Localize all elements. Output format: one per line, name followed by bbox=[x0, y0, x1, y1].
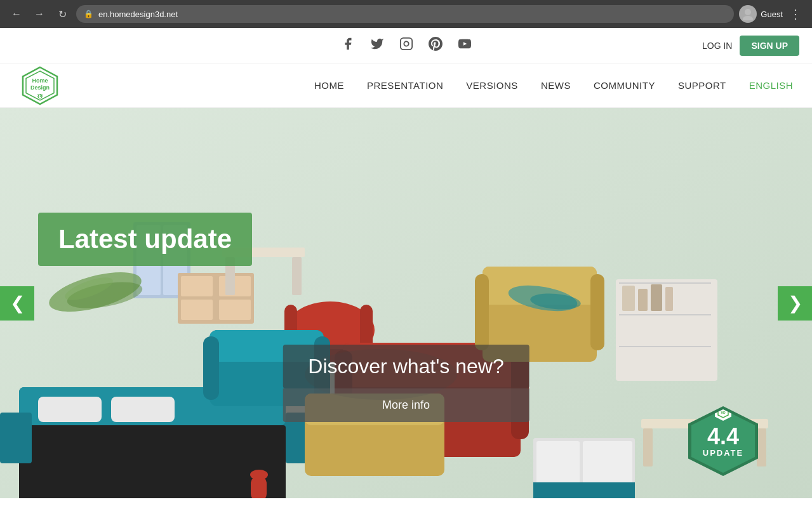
twitter-link[interactable] bbox=[370, 37, 384, 54]
carousel-prev-button[interactable]: ❮ bbox=[0, 286, 34, 321]
user-area: Guest ⋮ bbox=[739, 5, 804, 23]
svg-point-66 bbox=[250, 470, 268, 480]
version-logo-small: HD bbox=[715, 404, 731, 421]
website: LOG IN SIGN UP Home Design 3D HOME PRESE… bbox=[0, 28, 812, 498]
version-label: UPDATE bbox=[703, 448, 743, 458]
latest-update-text: Latest update bbox=[58, 224, 232, 255]
forward-button[interactable]: → bbox=[30, 5, 48, 23]
svg-rect-18 bbox=[181, 300, 213, 320]
pinterest-link[interactable] bbox=[429, 37, 443, 54]
nav-presentation[interactable]: PRESENTATION bbox=[367, 80, 443, 91]
nav-support[interactable]: SUPPORT bbox=[678, 80, 726, 91]
instagram-link[interactable] bbox=[399, 37, 413, 54]
svg-rect-16 bbox=[181, 276, 213, 296]
svg-point-0 bbox=[745, 9, 751, 15]
version-hex-outer: HD 4.4 UPDATE bbox=[688, 406, 758, 476]
svg-rect-31 bbox=[111, 397, 175, 422]
svg-rect-30 bbox=[38, 397, 102, 422]
nav-news[interactable]: NEWS bbox=[541, 80, 571, 91]
nav-community[interactable]: COMMUNITY bbox=[594, 80, 655, 91]
browser-chrome: ← → ↻ 🔒 en.homedesign3d.net Guest ⋮ bbox=[0, 0, 812, 28]
svg-rect-19 bbox=[219, 300, 251, 320]
user-avatar bbox=[739, 5, 757, 23]
svg-rect-55 bbox=[651, 284, 662, 311]
svg-rect-47 bbox=[475, 274, 489, 350]
login-link[interactable]: LOG IN bbox=[702, 41, 732, 51]
address-bar[interactable]: 🔒 en.homedesign3d.net bbox=[76, 5, 734, 23]
nav-versions[interactable]: VERSIONS bbox=[466, 80, 518, 91]
nav-links: HOME PRESENTATION VERSIONS NEWS COMMUNIT… bbox=[314, 80, 793, 91]
social-bar: LOG IN SIGN UP bbox=[0, 28, 812, 63]
nav-home[interactable]: HOME bbox=[314, 80, 344, 91]
facebook-link[interactable] bbox=[341, 37, 355, 54]
svg-text:Home: Home bbox=[32, 77, 48, 84]
more-info-button[interactable]: More info bbox=[283, 388, 529, 422]
svg-text:Design: Design bbox=[30, 84, 50, 91]
svg-rect-50 bbox=[619, 282, 711, 284]
discover-text: Discover what's new? bbox=[283, 345, 529, 388]
version-hex-container: HD 4.4 UPDATE bbox=[685, 403, 761, 479]
svg-rect-2 bbox=[400, 38, 411, 50]
logo[interactable]: Home Design 3D bbox=[19, 65, 61, 107]
svg-rect-53 bbox=[622, 286, 635, 311]
hero-section: Latest update ❮ Discover what's new? Mor… bbox=[0, 108, 812, 498]
user-name: Guest bbox=[761, 10, 783, 19]
version-hex-inner: HD 4.4 UPDATE bbox=[691, 409, 755, 473]
browser-menu-button[interactable]: ⋮ bbox=[787, 5, 804, 23]
svg-rect-48 bbox=[590, 274, 604, 350]
carousel-next-button[interactable]: ❯ bbox=[778, 286, 812, 321]
svg-rect-22 bbox=[292, 257, 302, 295]
svg-rect-37 bbox=[203, 336, 219, 400]
version-badge: HD 4.4 UPDATE bbox=[685, 403, 761, 479]
svg-rect-32 bbox=[19, 425, 286, 498]
svg-rect-54 bbox=[638, 289, 648, 311]
version-number: 4.4 bbox=[707, 425, 739, 448]
svg-text:HD: HD bbox=[721, 411, 726, 414]
svg-point-1 bbox=[743, 16, 753, 20]
url-text: en.homedesign3d.net bbox=[98, 10, 178, 19]
svg-rect-63 bbox=[533, 482, 635, 498]
cta-overlay: Discover what's new? More info bbox=[283, 345, 529, 422]
lock-icon: 🔒 bbox=[84, 10, 93, 18]
nav-language[interactable]: ENGLISH bbox=[749, 80, 793, 91]
signup-button[interactable]: SIGN UP bbox=[740, 36, 799, 56]
svg-rect-58 bbox=[643, 428, 653, 466]
latest-update-badge: Latest update bbox=[38, 213, 252, 266]
svg-rect-52 bbox=[619, 346, 711, 347]
auth-links: LOG IN SIGN UP bbox=[702, 36, 799, 56]
svg-rect-56 bbox=[665, 287, 673, 311]
youtube-link[interactable] bbox=[458, 37, 472, 54]
back-button[interactable]: ← bbox=[8, 5, 25, 23]
navbar: Home Design 3D HOME PRESENTATION VERSION… bbox=[0, 63, 812, 108]
svg-rect-33 bbox=[0, 413, 32, 463]
reload-button[interactable]: ↻ bbox=[53, 5, 71, 23]
svg-rect-51 bbox=[619, 314, 711, 315]
